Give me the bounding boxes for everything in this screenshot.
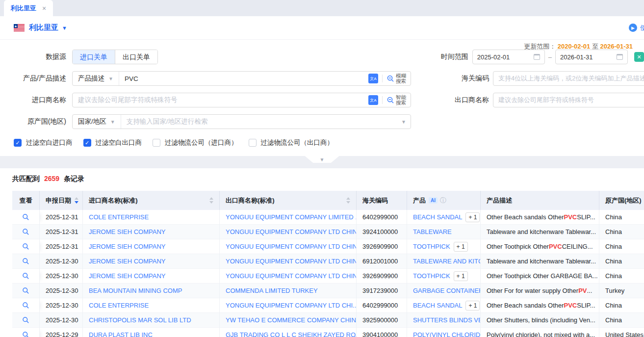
product-link[interactable]: TABLEWARE xyxy=(413,228,452,235)
fuzzy-search-button[interactable]: 模糊 搜索 xyxy=(386,73,406,84)
exporter-link[interactable]: COMMENDA LIMITED TURKEY xyxy=(220,284,357,298)
product-link[interactable]: POLY(VINYL CHLORIDE) xyxy=(413,331,481,337)
date-separator: – xyxy=(548,53,552,61)
country-selector-label[interactable]: 利比里亚 xyxy=(29,23,58,32)
exporter-link[interactable]: YONGUU EQUIPMENT COMPANY LIMITED ... xyxy=(220,210,357,225)
sort-control[interactable] xyxy=(209,197,213,204)
product-search-input[interactable]: PVC xyxy=(119,75,364,82)
importer-link[interactable]: JEROME SIEH COMPANY xyxy=(83,269,220,284)
sort-down-icon[interactable] xyxy=(209,201,213,204)
exporter-link[interactable]: YONGUU EQUIPMENT COMPANY LTD CHIN... xyxy=(220,239,357,254)
tab-liberia[interactable]: 利比里亚 × xyxy=(4,0,53,16)
exporter-link[interactable]: YW TEHAO E COMMERCE COMPANY CHINA xyxy=(220,313,357,328)
product-cell: TABLEWARE AND KITC... xyxy=(407,254,481,269)
importer-input[interactable]: 建议去除公司尾部字符或特殊符号 xyxy=(73,96,364,104)
exporter-link[interactable]: YONGUU EQUIPMENT COMPANY LTD CHIN... xyxy=(220,269,357,284)
importer-link[interactable]: JEROME SIEH COMPANY xyxy=(83,254,220,269)
chevron-down-icon[interactable]: ▼ xyxy=(62,25,67,31)
product-type-select[interactable]: 产品描述 ▼ xyxy=(73,72,119,85)
sort-control[interactable] xyxy=(75,197,78,204)
view-record-button[interactable] xyxy=(12,269,40,284)
exporter-link[interactable]: YONGUU EQUIPMENT COMPANY LTD CHIN... xyxy=(220,254,357,269)
translate-icon[interactable]: 文A xyxy=(368,95,378,105)
product-link[interactable]: GARBAGE CONTAINER xyxy=(413,287,481,294)
calendar-icon xyxy=(534,54,540,60)
update-range-word: 至 xyxy=(592,43,598,50)
sort-down-icon[interactable] xyxy=(75,201,78,204)
importer-link[interactable]: JEROME SIEH COMPANY xyxy=(83,225,220,239)
view-record-button[interactable] xyxy=(12,298,40,313)
filter-checkbox-2[interactable]: 过滤物流公司（进口商） xyxy=(153,138,238,147)
sort-up-icon[interactable] xyxy=(209,197,213,200)
product-link[interactable]: TABLEWARE AND KITC... xyxy=(413,258,481,265)
datasource-option-1[interactable]: 出口关单 xyxy=(115,50,157,64)
date-to-input[interactable]: 2026-01-31 xyxy=(555,50,628,64)
help-link[interactable]: ▶ 使用教程 xyxy=(629,24,644,32)
sort-control[interactable] xyxy=(346,197,350,204)
origin-search-input[interactable]: 支持输入国家/地区进行检索 xyxy=(121,117,393,126)
table-row: 2025-12-30BEA MOUNTAIN MINING COMPCOMMEN… xyxy=(12,284,644,298)
column-header-0[interactable]: 查看 xyxy=(12,191,40,210)
more-products-badge[interactable]: + 1 xyxy=(454,242,468,252)
translate-icon[interactable]: 文A xyxy=(368,74,378,83)
filter-checkbox-0[interactable]: ✓过滤空白进口商 xyxy=(14,138,73,147)
view-record-button[interactable] xyxy=(12,254,40,269)
view-record-button[interactable] xyxy=(12,313,40,328)
importer-link[interactable]: DURA PLAST LIB INC xyxy=(83,328,220,337)
view-record-button[interactable] xyxy=(12,328,40,337)
exporter-input[interactable]: 建议去除公司尾部字符或特殊符号 xyxy=(493,93,644,107)
more-products-badge[interactable]: + 1 xyxy=(465,212,480,222)
exporter-link[interactable]: GJB TRADING CO L L C SHEIKH ZAYED ROA... xyxy=(220,328,357,337)
product-link[interactable]: TOOTHPICK xyxy=(413,272,450,280)
view-record-button[interactable] xyxy=(12,210,40,225)
checkbox-icon[interactable] xyxy=(249,139,257,147)
info-icon[interactable]: ⓘ xyxy=(440,196,446,205)
collapse-panel-button[interactable]: ▼ xyxy=(305,156,339,163)
sort-up-icon[interactable] xyxy=(346,197,350,200)
product-link[interactable]: TOOTHPICK xyxy=(413,243,450,250)
column-header-6[interactable]: 产品描述 xyxy=(481,191,599,210)
origin-select-value: 国家/地区 xyxy=(78,117,106,126)
importer-link[interactable]: JEROME SIEH COMPANY xyxy=(83,239,220,254)
column-header-2[interactable]: 进口商名称(标准) xyxy=(83,191,220,210)
smart-search-button[interactable]: 智能 搜索 xyxy=(386,95,406,105)
column-header-4[interactable]: 海关编码 xyxy=(357,191,407,210)
column-header-label: 原产国(地区) xyxy=(605,196,642,205)
sort-up-icon[interactable] xyxy=(75,197,78,200)
hs-code-input[interactable]: 支持4位以上海关编码，或2位海关编码加上产品描述、企业 xyxy=(493,71,644,86)
column-header-1[interactable]: 申报日期 xyxy=(40,191,83,210)
importer-link[interactable]: COLE ENTERPRISE xyxy=(83,298,220,313)
filter-checkbox-3[interactable]: 过滤物流公司（出口商） xyxy=(249,138,334,147)
view-record-button[interactable] xyxy=(12,225,40,239)
view-record-button[interactable] xyxy=(12,284,40,298)
exporter-link[interactable]: YONGUN EQUIPMENT COMPANY LTD CHI... xyxy=(220,298,357,313)
more-products-badge[interactable]: + 1 xyxy=(465,301,480,311)
zoom-search-icon xyxy=(386,96,394,104)
column-header-5[interactable]: 产品AIⓘ xyxy=(407,191,481,210)
checkbox-icon[interactable]: ✓ xyxy=(14,139,22,147)
importer-link[interactable]: BEA MOUNTAIN MINING COMP xyxy=(83,284,220,298)
product-link[interactable]: SHUTTERS BLINDS VE... xyxy=(413,316,481,324)
product-link[interactable]: BEACH SANDAL xyxy=(413,213,462,221)
checkbox-icon[interactable] xyxy=(153,139,160,147)
column-header-7[interactable]: 原产国(地区) xyxy=(599,191,644,210)
product-description-cell: Other For for water supply Other PV... xyxy=(481,284,599,298)
exporter-link[interactable]: YONGUU EQUIPMENT COMPANY LTD CHIN... xyxy=(220,225,357,239)
checkbox-icon[interactable]: ✓ xyxy=(83,139,91,147)
view-record-button[interactable] xyxy=(12,239,40,254)
sort-down-icon[interactable] xyxy=(346,201,350,204)
importer-link[interactable]: CHRISTOPOLIS MAR SOL LIB LTD xyxy=(83,313,220,328)
filter-checkbox-1[interactable]: ✓过滤空白出口商 xyxy=(83,138,142,147)
date-from-input[interactable]: 2025-02-01 xyxy=(472,50,545,64)
importer-link[interactable]: COLE ENTERPRISE xyxy=(83,210,220,225)
product-description-cell: Other Shutters, blinds (including Ven... xyxy=(481,313,599,328)
product-link[interactable]: BEACH SANDAL xyxy=(413,302,462,309)
more-products-badge[interactable]: + 1 xyxy=(454,271,468,281)
origin-type-select[interactable]: 国家/地区 ▼ xyxy=(73,115,121,129)
export-excel-icon[interactable]: ✕ xyxy=(634,52,644,62)
datasource-option-0[interactable]: 进口关单 xyxy=(73,50,115,64)
tab-close-icon[interactable]: × xyxy=(42,4,46,12)
column-header-3[interactable]: 出口商名称(标准) xyxy=(220,191,357,210)
origin-country-cell: Turkey xyxy=(599,284,644,298)
product-cell: SHUTTERS BLINDS VE... xyxy=(407,313,481,328)
